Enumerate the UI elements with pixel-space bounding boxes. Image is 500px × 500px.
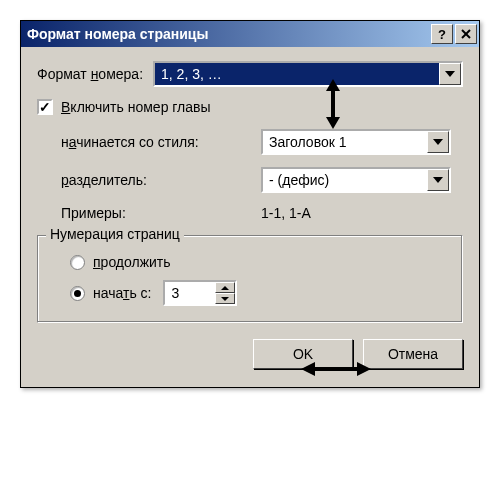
radio-dot-icon bbox=[74, 290, 81, 297]
include-chapter-label: Включить номер главы bbox=[61, 99, 211, 115]
separator-label: разделитель: bbox=[61, 172, 261, 188]
number-format-combo[interactable]: 1, 2, 3, … bbox=[153, 61, 463, 87]
cancel-button[interactable]: Отмена bbox=[363, 339, 463, 369]
number-format-row: Формат номера: 1, 2, 3, … bbox=[37, 61, 463, 87]
continue-radio-row: продолжить bbox=[52, 254, 448, 270]
chevron-down-icon bbox=[445, 71, 455, 77]
starts-with-style-row: начинается со стиля: Заголовок 1 bbox=[61, 129, 463, 155]
examples-row: Примеры: 1-1, 1-A bbox=[61, 205, 463, 221]
spinner-up-button[interactable] bbox=[215, 282, 235, 293]
starts-with-style-combo[interactable]: Заголовок 1 bbox=[261, 129, 451, 155]
page-numbering-group: Нумерация страниц продолжить начать с: 3 bbox=[37, 235, 463, 323]
starts-with-style-dropdown-button[interactable] bbox=[427, 131, 449, 153]
close-button[interactable] bbox=[455, 24, 477, 44]
start-at-value[interactable]: 3 bbox=[165, 282, 215, 304]
chevron-down-icon bbox=[221, 297, 229, 301]
help-button[interactable]: ? bbox=[431, 24, 453, 44]
chevron-down-icon bbox=[433, 139, 443, 145]
starts-with-style-value: Заголовок 1 bbox=[263, 131, 427, 153]
separator-combo[interactable]: - (дефис) bbox=[261, 167, 451, 193]
ok-button[interactable]: OK bbox=[253, 339, 353, 369]
continue-label: продолжить bbox=[93, 254, 171, 270]
examples-value: 1-1, 1-A bbox=[261, 205, 311, 221]
start-at-label: начать с: bbox=[93, 285, 151, 301]
titlebar: Формат номера страницы ? bbox=[21, 21, 479, 47]
page-numbering-legend: Нумерация страниц bbox=[46, 226, 184, 242]
spinner-down-button[interactable] bbox=[215, 293, 235, 304]
dialog-buttons: OK Отмена bbox=[37, 339, 463, 369]
separator-dropdown-button[interactable] bbox=[427, 169, 449, 191]
check-icon: ✓ bbox=[39, 100, 51, 114]
continue-radio[interactable] bbox=[70, 255, 85, 270]
include-chapter-checkbox[interactable]: ✓ bbox=[37, 99, 53, 115]
separator-row: разделитель: - (дефис) bbox=[61, 167, 463, 193]
dialog-title: Формат номера страницы bbox=[27, 26, 429, 42]
start-at-radio[interactable] bbox=[70, 286, 85, 301]
start-at-radio-row: начать с: 3 bbox=[52, 280, 448, 306]
chevron-down-icon bbox=[433, 177, 443, 183]
start-at-spinner[interactable]: 3 bbox=[163, 280, 237, 306]
number-format-label: Формат номера: bbox=[37, 66, 143, 82]
close-icon bbox=[461, 29, 471, 39]
chevron-up-icon bbox=[221, 286, 229, 290]
separator-value: - (дефис) bbox=[263, 169, 427, 191]
number-format-value: 1, 2, 3, … bbox=[155, 63, 439, 85]
page-number-format-dialog: Формат номера страницы ? Формат номера: … bbox=[20, 20, 480, 388]
starts-with-style-label: начинается со стиля: bbox=[61, 134, 261, 150]
examples-label: Примеры: bbox=[61, 205, 261, 221]
number-format-dropdown-button[interactable] bbox=[439, 63, 461, 85]
include-chapter-row: ✓ Включить номер главы bbox=[37, 99, 463, 115]
